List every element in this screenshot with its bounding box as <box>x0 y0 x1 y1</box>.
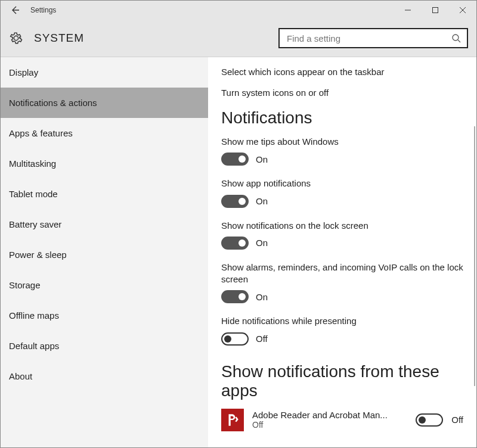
sidebar-item-apps-features[interactable]: Apps & features <box>1 118 208 148</box>
scrollbar[interactable] <box>474 126 475 386</box>
titlebar-title: Settings <box>30 6 56 14</box>
main-panel[interactable]: Select which icons appear on the taskbar… <box>208 57 476 447</box>
svg-rect-0 <box>433 8 438 13</box>
setting-label: Hide notifications while presenting <box>221 315 463 327</box>
app-row[interactable]: Adobe Reader and Acrobat Man...OffOff <box>221 409 463 431</box>
select-taskbar-icons-link[interactable]: Select which icons appear on the taskbar <box>221 67 463 77</box>
sidebar-item-power-sleep[interactable]: Power & sleep <box>1 239 208 270</box>
toggle-switch[interactable] <box>221 237 249 250</box>
sidebar-item-display[interactable]: Display <box>1 57 208 88</box>
minimize-button[interactable] <box>394 1 422 20</box>
back-arrow-icon <box>10 5 20 15</box>
adobe-icon <box>221 409 244 431</box>
sidebar-item-multitasking[interactable]: Multitasking <box>1 148 208 179</box>
setting-row: Show alarms, reminders, and incoming VoI… <box>221 262 463 304</box>
app-sub: Off <box>252 420 407 430</box>
sidebar: DisplayNotifications & actionsApps & fea… <box>1 57 208 447</box>
search-input[interactable] <box>286 33 451 44</box>
toggle-switch[interactable] <box>221 195 249 208</box>
setting-row: Hide notifications while presentingOff <box>221 315 463 345</box>
toggle-state-text: On <box>256 196 268 206</box>
sidebar-item-storage[interactable]: Storage <box>1 270 208 300</box>
sidebar-item-offline-maps[interactable]: Offline maps <box>1 300 208 331</box>
header: SYSTEM <box>1 20 476 57</box>
sidebar-item-about[interactable]: About <box>1 361 208 391</box>
window-controls <box>394 1 476 20</box>
setting-label: Show notifications on the lock screen <box>221 220 463 232</box>
setting-row: Show me tips about WindowsOn <box>221 136 463 166</box>
sidebar-item-notifications-actions[interactable]: Notifications & actions <box>1 88 208 118</box>
toggle-switch[interactable] <box>221 332 249 346</box>
sidebar-item-tablet-mode[interactable]: Tablet mode <box>1 179 208 209</box>
search-icon <box>451 33 461 43</box>
toggle-state-text: On <box>256 154 268 164</box>
maximize-icon <box>432 7 439 14</box>
maximize-button[interactable] <box>422 1 449 20</box>
svg-point-1 <box>453 35 459 41</box>
settings-gear-icon <box>9 31 23 45</box>
settings-window: Settings SYSTEM DisplayNotifications & a… <box>0 0 477 448</box>
content: DisplayNotifications & actionsApps & fea… <box>1 57 476 447</box>
close-icon <box>459 7 466 14</box>
sidebar-item-default-apps[interactable]: Default apps <box>1 331 208 361</box>
toggle-state-text: Off <box>451 415 463 425</box>
toggle-state-text: On <box>256 292 268 302</box>
toggle-switch[interactable] <box>221 153 249 166</box>
back-button[interactable] <box>9 4 21 16</box>
setting-row: Show notifications on the lock screenOn <box>221 220 463 250</box>
close-button[interactable] <box>449 1 476 20</box>
setting-label: Show app notifications <box>221 178 463 189</box>
system-icons-link[interactable]: Turn system icons on or off <box>221 88 463 98</box>
notifications-heading: Notifications <box>221 108 463 127</box>
minimize-icon <box>404 7 411 14</box>
toggle-state-text: On <box>256 238 268 248</box>
apps-heading: Show notifications from these apps <box>221 362 463 400</box>
setting-label: Show alarms, reminders, and incoming VoI… <box>221 262 463 286</box>
toggle-switch[interactable] <box>416 413 443 427</box>
toggle-state-text: Off <box>256 334 268 344</box>
titlebar: Settings <box>1 1 476 20</box>
setting-label: Show me tips about Windows <box>221 136 463 148</box>
page-title: SYSTEM <box>34 32 84 45</box>
toggle-switch[interactable] <box>221 290 249 303</box>
setting-row: Show app notificationsOn <box>221 178 463 207</box>
app-name: Adobe Reader and Acrobat Man... <box>252 410 407 420</box>
search-box[interactable] <box>278 28 468 48</box>
sidebar-item-battery-saver[interactable]: Battery saver <box>1 209 208 239</box>
